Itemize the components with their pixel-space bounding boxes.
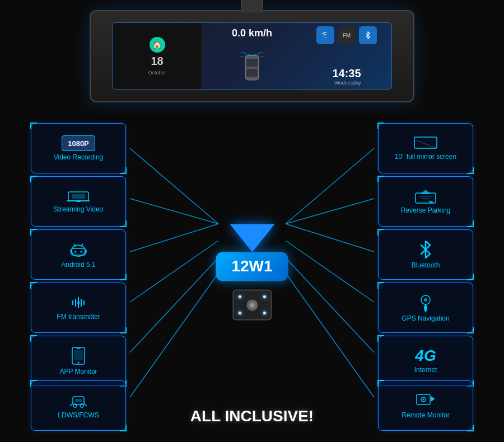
svg-line-16	[286, 241, 374, 302]
gps-icon	[418, 293, 433, 312]
feature-box-ldws: LDWS/FCWS	[31, 380, 126, 431]
fm-screen-icon: FM	[338, 26, 356, 44]
svg-line-45	[84, 403, 87, 406]
mirror-device: 🏠 18 October 0.0 km/h	[90, 10, 414, 102]
svg-line-17	[280, 252, 374, 352]
camera-lens	[246, 299, 258, 311]
svg-line-3	[241, 52, 252, 55]
svg-line-15	[286, 224, 374, 252]
feature-box-fm: FM transmitter	[31, 283, 126, 333]
svg-line-14	[286, 199, 374, 224]
svg-line-7	[130, 148, 218, 224]
app-monitor-label: APP Monitor	[59, 368, 97, 375]
car-top-view-svg	[235, 51, 269, 84]
screen-time-day: Wednesday	[332, 80, 361, 86]
screen-time-container: 14:35 Wednesday	[332, 67, 361, 86]
speed-value: 0.0 km/h	[232, 27, 272, 39]
all-inclusive-text: ALL INCLUSIVE!	[190, 407, 314, 425]
svg-rect-2	[246, 69, 258, 77]
feature-box-video-recording: 1080P Video Recording	[31, 123, 126, 173]
screen-month: October	[148, 70, 166, 76]
feature-box-internet: 4G Internet	[378, 336, 473, 386]
svg-rect-1	[246, 59, 258, 67]
mirror-screen-label: 10" full mirror screen	[395, 153, 456, 161]
bluetooth-icon	[418, 240, 433, 259]
app-monitor-icon	[71, 346, 86, 365]
fm-label: FM transmitter	[57, 313, 100, 321]
video-badge-label: 1080P	[68, 139, 89, 148]
svg-line-18	[274, 257, 374, 397]
camera-led-tl	[238, 295, 241, 298]
streaming-icon	[67, 190, 90, 203]
camera-led-br	[263, 311, 266, 314]
remote-monitor-label: Remote Monitor	[402, 411, 449, 419]
svg-line-10	[130, 241, 218, 302]
svg-rect-28	[70, 250, 72, 253]
svg-rect-20	[72, 194, 85, 199]
center-label: 12W1	[216, 252, 288, 281]
svg-line-4	[252, 52, 263, 55]
svg-line-12	[130, 257, 230, 397]
ldws-icon	[67, 392, 90, 409]
svg-line-8	[130, 199, 218, 224]
screen-icons-row: FM	[316, 26, 377, 44]
svg-line-13	[286, 148, 374, 224]
svg-point-53	[424, 298, 427, 302]
center-area: 12W1	[216, 224, 288, 320]
ldws-label: LDWS/FCWS	[58, 411, 99, 419]
screen-center-panel: 0.0 km/h	[202, 23, 302, 89]
android-label: Android 5.1	[61, 261, 95, 269]
screen-date: 18	[151, 55, 163, 68]
camera-led-bl	[238, 311, 241, 314]
internet-label: Internet	[414, 366, 437, 374]
mirror-screen-icon	[413, 136, 438, 151]
screen-left-panel: 🏠 18 October	[113, 23, 202, 89]
feature-box-streaming: Streaming Video	[31, 176, 126, 227]
remote-monitor-icon	[416, 392, 436, 409]
feature-box-reverse: Reverse Parking	[378, 176, 473, 227]
svg-line-44	[70, 403, 73, 406]
feature-box-mirror-screen: 10" full mirror screen	[378, 123, 473, 173]
feature-box-remote: Remote Monitor	[378, 380, 473, 431]
reverse-parking-icon	[413, 189, 438, 204]
svg-line-9	[130, 224, 218, 252]
reverse-label: Reverse Parking	[401, 206, 451, 214]
fm-icon	[68, 295, 88, 311]
svg-rect-46	[414, 137, 437, 148]
video-recording-label: Video Recording	[54, 153, 104, 161]
svg-rect-29	[85, 250, 87, 253]
android-icon	[70, 241, 87, 258]
screen-right-panel: FM 14:35 Wednesday	[302, 23, 391, 89]
video-badge: 1080P	[62, 135, 95, 151]
svg-rect-48	[416, 193, 436, 203]
streaming-label: Streaming Video	[54, 205, 104, 213]
internet-4g-label: 4G	[415, 348, 436, 364]
camera-image	[232, 289, 272, 320]
svg-marker-49	[420, 190, 431, 194]
svg-point-22	[72, 245, 85, 256]
android-home-icon: 🏠	[150, 37, 165, 53]
svg-rect-41	[75, 399, 82, 402]
svg-line-11	[130, 252, 224, 352]
camera-led-tr	[263, 295, 266, 298]
feature-box-bluetooth: Bluetooth	[378, 229, 473, 280]
mirror-screen-display: 🏠 18 October 0.0 km/h	[112, 22, 392, 90]
svg-point-57	[423, 398, 424, 400]
features-section: 12W1 ALL INCLUSIVE! 1080P Video Recordin…	[0, 112, 504, 442]
gps-label: GPS Navigation	[402, 314, 449, 322]
svg-rect-37	[74, 350, 83, 360]
feature-box-android: Android 5.1	[31, 229, 126, 280]
svg-line-47	[414, 140, 437, 148]
svg-point-38	[78, 361, 80, 363]
speed-display: 0.0 km/h	[232, 27, 272, 39]
wifi-icon	[316, 26, 334, 44]
feature-box-gps: GPS Navigation	[378, 283, 473, 333]
mirror-mount	[241, 0, 263, 12]
big-arrow-down	[230, 224, 274, 252]
mirror-section: 🏠 18 October 0.0 km/h	[0, 0, 504, 112]
feature-box-app: APP Monitor	[31, 336, 126, 386]
bluetooth-label: Bluetooth	[412, 261, 440, 269]
bluetooth-screen-icon	[359, 26, 377, 44]
svg-marker-55	[431, 397, 435, 401]
svg-point-24	[75, 251, 77, 252]
